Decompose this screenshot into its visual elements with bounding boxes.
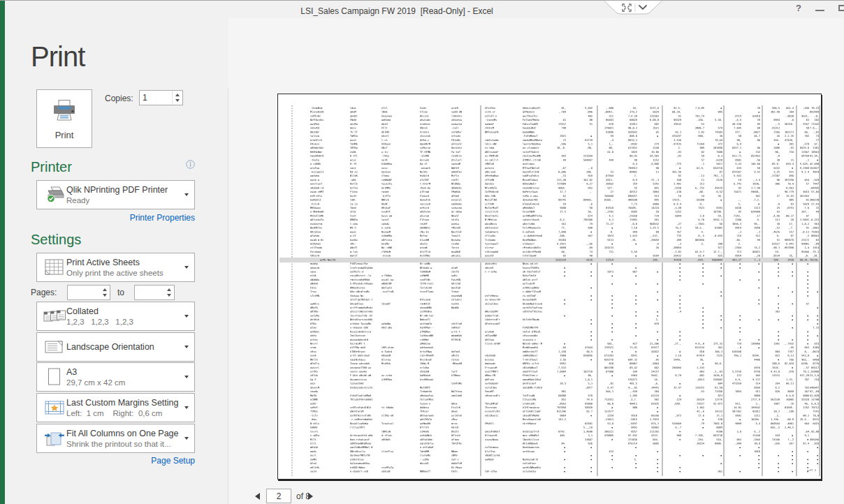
active-sheets-icon: [43, 259, 66, 276]
printer-name: Qlik NPrinting PDF Printer: [66, 185, 168, 195]
backstage-edge-strip: [0, 1, 5, 504]
minimize-icon[interactable]: [815, 10, 824, 11]
page-number-input[interactable]: [267, 490, 291, 503]
scaling-label: Fit All Columns on One Page: [66, 429, 179, 438]
printer-status: Ready: [66, 196, 168, 205]
pane-divider: [228, 88, 228, 504]
margins-dropdown[interactable]: Last Custom Margins Setting Left: 1 cm R…: [36, 393, 195, 422]
paper-size-sublabel: 29,7 cm x 42 cm: [66, 378, 125, 387]
copies-input[interactable]: [140, 91, 172, 105]
scaling-chevron-icon: [184, 437, 189, 440]
pages-from-stepper[interactable]: [67, 285, 110, 300]
margins-label: Last Custom Margins Setting: [66, 398, 179, 408]
margins-chevron-icon: [184, 406, 189, 409]
paper-size-label: A3: [66, 367, 125, 377]
print-button-label: Print: [55, 130, 74, 140]
fit-columns-icon: [43, 430, 66, 447]
pages-from-input[interactable]: [68, 286, 99, 299]
pages-to-label: to: [117, 288, 124, 297]
page-number-box[interactable]: [266, 489, 291, 503]
pages-to-spin-arrows[interactable]: [163, 286, 174, 299]
printer-section-heading: Printer: [31, 159, 72, 175]
pages-to-stepper[interactable]: [134, 285, 175, 300]
what-to-print-chevron-icon: [184, 266, 189, 269]
printer-dropdown-chevron-icon: [184, 193, 189, 196]
ribbon-display-options: [604, 1, 662, 15]
help-icon[interactable]: ?: [796, 3, 801, 13]
what-to-print-dropdown[interactable]: Print Active Sheets Only print the activ…: [36, 253, 195, 282]
printer-device-icon: [43, 186, 66, 204]
scaling-dropdown[interactable]: Fit All Columns on One Page Shrink the p…: [36, 424, 195, 453]
printer-properties-link[interactable]: Printer Properties: [36, 213, 195, 223]
settings-section-heading: Settings: [31, 232, 81, 248]
collation-label: Collated: [66, 306, 133, 316]
page-title: Print: [31, 41, 85, 73]
preview-sheet-content: [278, 94, 821, 479]
collated-icon: [43, 309, 66, 323]
pages-from-spin-arrows[interactable]: [99, 286, 110, 299]
paper-size-icon: [43, 368, 66, 386]
landscape-icon: [43, 339, 66, 355]
copies-stepper[interactable]: [139, 90, 183, 105]
margins-sublabel: Left: 1 cm Right: 0,6 cm: [66, 409, 179, 417]
margins-icon: [43, 401, 66, 415]
next-page-icon[interactable]: [308, 493, 313, 500]
print-preview-page: [277, 94, 822, 480]
pages-to-input[interactable]: [135, 286, 163, 299]
page-setup-link[interactable]: Page Setup: [36, 456, 195, 466]
pages-label: Pages:: [31, 288, 57, 297]
previous-page-icon[interactable]: [255, 493, 260, 500]
info-icon[interactable]: [186, 159, 195, 168]
orientation-chevron-icon: [184, 346, 189, 348]
printer-icon: [50, 99, 78, 127]
copies-label: Copies:: [105, 94, 133, 103]
collation-sublabel: 1,2,3 1,2,3 1,2,3: [66, 318, 133, 326]
what-to-print-sublabel: Only print the active sheets: [66, 269, 163, 277]
copies-spin-arrows[interactable]: [172, 91, 182, 105]
orientation-dropdown[interactable]: Landscape Orientation: [36, 332, 195, 362]
restore-icon[interactable]: [838, 5, 844, 11]
printer-selector[interactable]: Qlik NPrinting PDF Printer Ready: [36, 180, 195, 209]
orientation-label: Landscape Orientation: [66, 342, 154, 352]
window-title: LSI_Sales Campaign FW 2019 [Read-Only] -…: [300, 6, 493, 16]
scaling-sublabel: Shrink the printout so that it...: [66, 440, 179, 448]
what-to-print-label: Print Active Sheets: [66, 258, 163, 267]
pages-row: Pages: to: [31, 285, 198, 302]
print-button[interactable]: Print: [36, 89, 92, 148]
collation-dropdown[interactable]: Collated 1,2,3 1,2,3 1,2,3: [36, 302, 195, 331]
paper-size-dropdown[interactable]: A3 29,7 cm x 42 cm: [36, 362, 195, 392]
collation-chevron-icon: [184, 315, 189, 318]
paper-size-chevron-icon: [184, 376, 189, 378]
